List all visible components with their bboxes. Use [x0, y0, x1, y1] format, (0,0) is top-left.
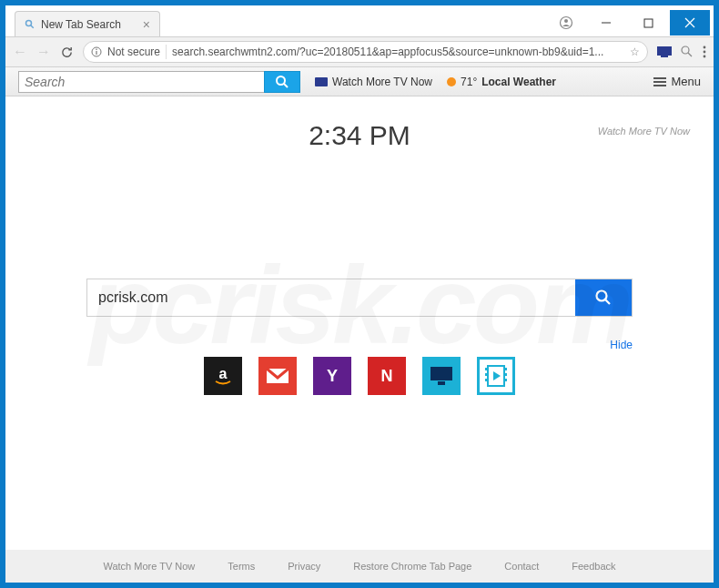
svg-line-14 [688, 53, 692, 56]
svg-rect-26 [430, 367, 452, 380]
account-button[interactable] [548, 10, 584, 35]
toolbar-search-input[interactable] [18, 71, 264, 93]
maximize-button[interactable] [628, 10, 668, 35]
browser-tab[interactable]: New Tab Search × [15, 11, 160, 36]
page-content: pcrisk.com 2:34 PM Watch More TV Now Hid… [5, 96, 714, 550]
extension-icon[interactable] [657, 46, 672, 57]
svg-rect-30 [485, 373, 488, 376]
svg-rect-11 [657, 46, 672, 56]
film-icon [482, 362, 510, 390]
svg-text:N: N [381, 367, 393, 385]
extension-toolbar: Watch More TV Now 71° Local Weather Menu [5, 67, 714, 96]
quick-links: a Y N [204, 357, 515, 395]
footer-restore[interactable]: Restore Chrome Tab Page [353, 561, 471, 572]
reload-button[interactable] [60, 46, 74, 59]
footer-watch-tv[interactable]: Watch More TV Now [103, 561, 195, 572]
svg-point-17 [704, 56, 706, 58]
footer-feedback[interactable]: Feedback [572, 561, 615, 572]
svg-rect-12 [661, 56, 668, 57]
svg-point-13 [682, 46, 689, 54]
svg-text:Y: Y [327, 367, 338, 385]
tile-yahoo[interactable]: Y [313, 357, 351, 395]
footer-terms[interactable]: Terms [228, 561, 255, 572]
sun-icon [447, 77, 456, 86]
tile-monitor[interactable] [422, 357, 461, 395]
tile-netflix[interactable]: N [368, 357, 406, 395]
zoom-icon[interactable] [681, 46, 694, 58]
svg-rect-32 [504, 368, 507, 370]
svg-point-16 [704, 51, 706, 54]
browser-window: New Tab Search × ← → Not secure [5, 5, 714, 583]
hamburger-icon [653, 77, 666, 86]
tile-amazon[interactable]: a [204, 357, 242, 395]
svg-point-0 [26, 20, 32, 25]
yahoo-icon: Y [319, 363, 345, 389]
minimize-button[interactable] [586, 10, 626, 35]
info-icon [91, 46, 102, 57]
svg-text:a: a [219, 366, 228, 381]
top-line: 2:34 PM Watch More TV Now [5, 96, 714, 151]
url-text: search.searchwmtn2.com/?uc=20180511&ap=a… [172, 46, 624, 58]
svg-point-10 [96, 48, 97, 50]
watch-tv-link[interactable]: Watch More TV Now [315, 76, 432, 88]
titlebar: New Tab Search × [5, 5, 714, 36]
svg-line-21 [606, 300, 611, 305]
svg-rect-29 [485, 368, 488, 370]
dots-icon [703, 46, 706, 58]
main-search-input[interactable] [87, 279, 575, 316]
search-icon [594, 289, 613, 307]
window-controls [548, 9, 714, 36]
close-window-button[interactable] [670, 10, 710, 35]
svg-line-19 [284, 84, 288, 87]
watermark: pcrisk.com [5, 96, 714, 550]
toolbar-search-button[interactable] [264, 71, 300, 93]
tab-close-icon[interactable]: × [143, 17, 150, 32]
reload-icon [60, 46, 74, 59]
bookmark-star-icon[interactable]: ☆ [630, 46, 640, 58]
svg-rect-33 [504, 373, 507, 376]
footer-privacy[interactable]: Privacy [288, 561, 320, 572]
tab-title: New Tab Search [41, 18, 121, 31]
svg-line-1 [31, 25, 34, 27]
toolbar-search [18, 71, 300, 93]
footer: Watch More TV Now Terms Privacy Restore … [5, 550, 714, 583]
menu-label: Menu [671, 75, 701, 88]
svg-point-20 [597, 291, 607, 301]
weather-link[interactable]: 71° Local Weather [447, 76, 556, 88]
tile-gmail[interactable] [258, 357, 297, 395]
amazon-icon: a [210, 363, 236, 389]
tile-film[interactable] [477, 357, 515, 395]
clock: 2:34 PM [309, 120, 410, 151]
svg-point-3 [564, 19, 568, 23]
brand-link[interactable]: Watch More TV Now [598, 126, 690, 137]
menu-button[interactable]: Menu [653, 75, 701, 88]
netflix-icon: N [374, 363, 400, 389]
svg-rect-27 [438, 381, 445, 385]
search-icon [275, 75, 289, 89]
kebab-menu-icon[interactable] [703, 46, 706, 58]
hide-link[interactable]: Hide [86, 339, 633, 351]
tv-icon [315, 77, 328, 86]
account-icon [559, 15, 573, 30]
separator [166, 45, 167, 59]
svg-point-15 [704, 46, 706, 49]
svg-rect-5 [644, 19, 653, 27]
forward-button[interactable]: → [36, 44, 51, 60]
monitor-icon [428, 364, 455, 388]
tv-ext-icon [657, 46, 672, 57]
watch-tv-label: Watch More TV Now [332, 76, 432, 88]
main-search-button[interactable] [575, 279, 632, 316]
gmail-icon [265, 367, 290, 385]
svg-point-18 [277, 76, 285, 85]
close-icon [684, 17, 695, 28]
weather-label: Local Weather [481, 76, 556, 88]
svg-marker-35 [493, 371, 501, 380]
magnify-icon [681, 46, 694, 58]
svg-rect-34 [504, 379, 507, 381]
back-button[interactable]: ← [13, 44, 27, 60]
url-field[interactable]: Not secure search.searchwmtn2.com/?uc=20… [83, 41, 648, 63]
weather-temp: 71° [461, 76, 477, 88]
footer-contact[interactable]: Contact [504, 561, 539, 572]
maximize-icon [643, 18, 653, 28]
security-label: Not secure [107, 46, 160, 58]
